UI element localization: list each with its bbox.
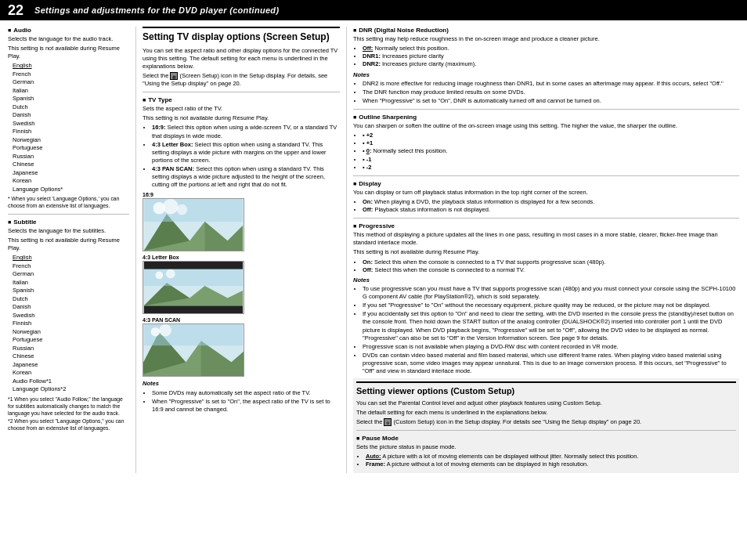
list-item: The DNR function may produce limited res… <box>363 89 739 96</box>
list-item: Frame: A picture without a lot of moving… <box>366 461 736 468</box>
audio-unavailable: This setting is not available during Res… <box>8 45 129 60</box>
page-header: 22 Settings and adjustments for the DVD … <box>0 0 747 20</box>
tv-display-title: Setting TV display options (Screen Setup… <box>143 27 340 44</box>
tv-image-169 <box>143 198 244 251</box>
progressive-intro: This method of displaying a picture upda… <box>353 231 739 247</box>
list-item: Italian <box>13 87 129 96</box>
list-item: Chinese <box>13 161 129 169</box>
dnr-section: DNR (Digital Noise Reduction) This setti… <box>353 27 739 105</box>
list-item: 4:3 PAN SCAN: Select this option when us… <box>152 165 340 189</box>
notes-right-list: To use progressive scan you must have a … <box>353 285 739 375</box>
list-item: Chinese <box>13 352 129 361</box>
audio-footnote: * When you select 'Language Options,' yo… <box>8 196 129 210</box>
subtitle-footnote2: *2 When you select "Language Options," y… <box>8 418 129 432</box>
audio-section: Audio Selects the language for the audio… <box>8 27 129 210</box>
pause-mode-section: Pause Mode Sets the picture status in pa… <box>356 435 736 468</box>
tv-type-notes-heading: Notes <box>143 380 340 388</box>
list-item: Japanese <box>13 169 129 178</box>
notes-right-section: Notes To use progressive scan you must h… <box>353 276 739 376</box>
content-area: Audio Selects the language for the audio… <box>0 20 747 479</box>
list-item: Korean <box>13 369 129 378</box>
notes-right-heading: Notes <box>353 276 739 284</box>
list-item: DNR2: Increases picture clarity (maximum… <box>363 60 739 68</box>
list-item: If you set "Progressive" to "On" without… <box>363 302 739 309</box>
page-title: Settings and adjustments for the DVD pla… <box>34 5 279 15</box>
audio-intro: Selects the language for the audio track… <box>8 35 129 43</box>
subtitle-section: Subtitle Selects the language for the su… <box>8 219 129 432</box>
list-item: French <box>13 70 129 79</box>
tv-type-notes: Some DVDs may automatically set the aspe… <box>143 389 340 414</box>
pause-mode-options: Auto: A picture with a lot of moving ele… <box>356 453 736 468</box>
progressive-heading: Progressive <box>353 222 739 229</box>
svg-point-7 <box>177 204 188 215</box>
viewer-options-default: The default setting for each menu is und… <box>356 409 736 417</box>
tv-image-panscan <box>143 323 244 377</box>
svg-rect-19 <box>144 324 243 345</box>
svg-point-13 <box>155 272 163 280</box>
list-item: • +1 <box>363 139 739 147</box>
list-item: Dutch <box>13 103 129 112</box>
outline-section: Outline Sharpening You can sharpen or so… <box>353 114 739 172</box>
list-item: Italian <box>13 279 129 287</box>
dnr-heading: DNR (Digital Noise Reduction) <box>353 27 739 34</box>
list-item: • 0: Normally select this position. <box>363 147 739 155</box>
list-item: Swedish <box>13 312 129 320</box>
list-item: Finnish <box>13 320 129 328</box>
list-item: Progressive scan is not available when p… <box>363 343 739 351</box>
display-section: Display You can display or turn off play… <box>353 180 739 214</box>
list-item: Danish <box>13 303 129 312</box>
list-item: English <box>13 254 129 262</box>
list-item: German <box>13 78 129 87</box>
list-item: German <box>13 270 129 279</box>
tv-label-panscan: 4:3 PAN SCAN <box>143 317 340 323</box>
list-item: Off: Normally select this position. <box>363 45 739 52</box>
list-item: Swedish <box>13 120 129 128</box>
svg-point-20 <box>151 327 161 337</box>
viewer-options-section: Setting viewer options (Custom Setup) Yo… <box>353 378 739 473</box>
list-item: Norwegian <box>13 328 129 337</box>
list-item: Audio Follow*1 <box>13 378 129 386</box>
screen-setup-icon: ▦ <box>170 72 178 80</box>
list-item: Russian <box>13 345 129 353</box>
list-item: If you accidentally set this option to "… <box>363 310 739 342</box>
list-item: French <box>13 262 129 271</box>
tv-type-options: 16:9: Select this option when using a wi… <box>143 124 340 189</box>
svg-point-6 <box>163 199 178 214</box>
list-item: When "Progressive" is set to "On", DNR i… <box>363 97 739 105</box>
tv-label-169: 16:9 <box>143 192 340 197</box>
list-item: DVDs can contain video based material an… <box>363 352 739 375</box>
tv-type-section: TV Type Sets the aspect ratio of the TV.… <box>143 96 340 414</box>
viewer-options-select: Select the ⚙ (Custom Setup) icon in the … <box>356 418 736 426</box>
subtitle-heading: Subtitle <box>8 219 129 226</box>
tv-label-letterbox: 4:3 Letter Box <box>143 255 340 260</box>
subtitle-unavailable: This setting is not available during Res… <box>8 237 129 252</box>
tv-image-letterbox <box>143 261 244 314</box>
list-item: Portuguese <box>13 144 129 153</box>
list-item: Danish <box>13 111 129 120</box>
svg-point-14 <box>166 269 175 279</box>
dnr-options: Off: Normally select this position. DNR1… <box>353 45 739 68</box>
list-item: • -2 <box>363 164 739 172</box>
list-item: English <box>13 62 129 70</box>
list-item: Korean <box>13 177 129 186</box>
list-item: When "Progressive" is set to "On", the a… <box>152 398 340 414</box>
outline-heading: Outline Sharpening <box>353 114 739 121</box>
outline-intro: You can sharpen or soften the outline of… <box>353 122 739 130</box>
audio-language-list: English French German Italian Spanish Du… <box>8 62 129 193</box>
list-item: 16:9: Select this option when using a wi… <box>152 124 340 139</box>
svg-point-21 <box>159 324 171 337</box>
list-item: Spanish <box>13 95 129 103</box>
page-number: 22 <box>8 3 23 17</box>
list-item: Spanish <box>13 287 129 295</box>
pause-mode-heading: Pause Mode <box>356 435 736 442</box>
audio-heading: Audio <box>8 27 129 34</box>
pause-mode-intro: Sets the picture status in pause mode. <box>356 443 736 451</box>
subtitle-intro: Selects the language for the subtitles. <box>8 227 129 235</box>
display-options: On: When playing a DVD, the playback sta… <box>353 198 739 214</box>
list-item: Auto: A picture with a lot of moving ele… <box>366 453 736 461</box>
list-item: Off: Playback status information is not … <box>363 206 739 214</box>
tv-type-unavailable: This setting is not available during Res… <box>143 114 340 122</box>
subtitle-language-list: English French German Italian Spanish Du… <box>8 254 129 394</box>
tv-images: 16:9 4:3 Letter Box <box>143 192 340 377</box>
display-intro: You can display or turn off playback sta… <box>353 189 739 197</box>
